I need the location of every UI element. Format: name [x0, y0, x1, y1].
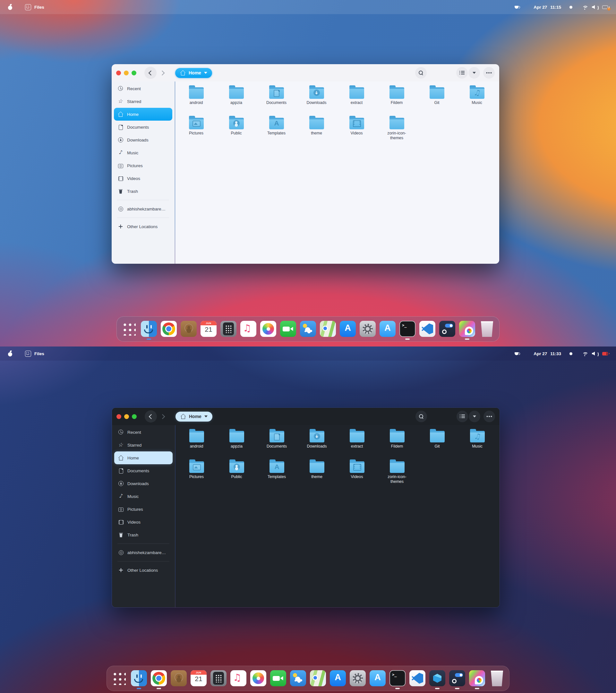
close-button[interactable] — [116, 71, 121, 75]
dock-item[interactable]: JUN 21 — [191, 670, 206, 686]
sidebar-item[interactable]: Pictures — [114, 159, 172, 172]
forward-button[interactable] — [158, 410, 168, 422]
folder-item[interactable]: theme — [296, 115, 337, 146]
location-button[interactable]: Home — [175, 68, 212, 78]
clock[interactable]: Apr 27 11:33 — [534, 351, 561, 356]
folder-item[interactable]: appzia — [216, 85, 256, 115]
dock-item[interactable] — [459, 321, 475, 337]
dock-item[interactable] — [380, 321, 396, 337]
sidebar-item[interactable]: abhishekzambare… — [114, 202, 172, 215]
dock-item[interactable] — [469, 670, 485, 686]
volume-icon[interactable] — [591, 4, 598, 10]
view-options-button[interactable] — [469, 411, 480, 422]
sidebar-item[interactable]: Recent — [114, 82, 172, 95]
dock-item[interactable] — [310, 670, 326, 686]
sidebar-item[interactable]: Trash — [114, 185, 172, 198]
dock-item[interactable] — [270, 670, 286, 686]
dock-item[interactable] — [240, 321, 256, 337]
folder-item[interactable]: Downloads — [296, 85, 337, 115]
dock-item[interactable] — [489, 670, 505, 686]
active-app-menu[interactable]: Files — [25, 351, 44, 357]
titlebar[interactable]: Home — [112, 408, 499, 425]
dock-item[interactable] — [151, 670, 167, 686]
maximize-button[interactable] — [132, 414, 137, 419]
dock-item[interactable] — [419, 321, 435, 337]
list-view-button[interactable] — [456, 67, 468, 79]
sidebar-item[interactable]: Starred — [114, 439, 173, 451]
sidebar-item[interactable]: Downloads — [114, 134, 172, 146]
dock-item[interactable] — [181, 321, 197, 337]
folder-item[interactable]: theme — [297, 459, 337, 489]
apple-menu-icon[interactable] — [8, 351, 13, 357]
sidebar-item[interactable]: Documents — [114, 121, 172, 134]
dock-item[interactable] — [111, 670, 127, 686]
folder-item[interactable]: android — [176, 428, 217, 459]
window-menu-button[interactable] — [483, 411, 495, 422]
folder-item[interactable]: Music — [457, 85, 497, 115]
dock-item[interactable] — [161, 321, 177, 337]
minimize-button[interactable] — [124, 71, 128, 75]
dock-item[interactable] — [390, 670, 405, 686]
dock-item[interactable] — [280, 321, 296, 337]
folder-item[interactable]: Documents — [257, 428, 297, 459]
folder-item[interactable]: zorin-icon-themes — [377, 459, 417, 489]
dock-item[interactable] — [370, 670, 386, 686]
folder-item[interactable]: Public — [216, 115, 256, 146]
dock-item[interactable] — [360, 321, 376, 337]
caffeine-icon[interactable] — [514, 4, 521, 10]
sidebar-item[interactable]: Starred — [114, 95, 172, 108]
folder-item[interactable]: zorin-icon-themes — [377, 115, 417, 146]
dock-item[interactable] — [410, 670, 425, 686]
folder-item[interactable]: Public — [217, 459, 257, 489]
sidebar-item[interactable]: Other Locations — [114, 564, 173, 576]
sidebar-item[interactable]: Downloads — [114, 477, 173, 490]
titlebar[interactable]: Home — [112, 64, 499, 81]
dock-item[interactable] — [121, 321, 137, 337]
maximize-button[interactable] — [132, 71, 136, 75]
search-button[interactable] — [416, 411, 427, 422]
dock-item[interactable] — [449, 670, 465, 686]
folder-item[interactable]: Music — [457, 428, 497, 459]
battery-icon[interactable] — [602, 4, 610, 10]
sidebar-item[interactable]: Home — [114, 108, 172, 121]
dock-item[interactable] — [350, 670, 366, 686]
dock-item[interactable] — [330, 670, 346, 686]
dock-item[interactable] — [439, 321, 455, 337]
dock-item[interactable] — [250, 670, 266, 686]
dock-item[interactable] — [141, 321, 157, 337]
folder-item[interactable]: Fildem — [377, 428, 417, 459]
dock-item[interactable] — [320, 321, 336, 337]
window-menu-button[interactable] — [483, 67, 495, 79]
sidebar-item[interactable]: abhishekzambare… — [114, 546, 173, 559]
sidebar-item[interactable]: Videos — [114, 516, 173, 529]
dock-item[interactable] — [260, 321, 276, 337]
folder-item[interactable]: Pictures — [176, 115, 216, 146]
folder-item[interactable]: Git — [417, 428, 457, 459]
list-view-button[interactable] — [457, 411, 468, 422]
dock-item[interactable] — [230, 670, 246, 686]
apple-menu-icon[interactable] — [8, 4, 13, 10]
back-button[interactable] — [144, 67, 157, 79]
folder-item[interactable]: extract — [337, 85, 377, 115]
dock-item[interactable] — [290, 670, 306, 686]
sidebar-item[interactable]: Other Locations — [114, 220, 172, 233]
dock-item[interactable] — [429, 670, 445, 686]
sidebar-item[interactable]: Documents — [114, 464, 173, 477]
sidebar-item[interactable]: Music — [114, 490, 173, 503]
dock-item[interactable]: JUN 21 — [200, 321, 217, 337]
sidebar-item[interactable]: Music — [114, 146, 172, 159]
dock-item[interactable] — [340, 321, 356, 337]
dock-item[interactable] — [300, 321, 316, 337]
wifi-icon[interactable] — [582, 351, 588, 356]
folder-item[interactable]: extract — [337, 428, 377, 459]
active-app-menu[interactable]: Files — [25, 4, 44, 10]
sidebar-item[interactable]: Trash — [114, 529, 173, 541]
sidebar-item[interactable]: Recent — [114, 426, 173, 439]
view-options-button[interactable] — [469, 67, 480, 79]
dock-item[interactable] — [220, 321, 236, 337]
folder-item[interactable]: android — [176, 85, 216, 115]
clock[interactable]: Apr 27 11:15 — [534, 5, 561, 9]
folder-item[interactable]: Templates — [256, 115, 296, 146]
dock-item[interactable] — [211, 670, 226, 686]
folder-item[interactable]: Documents — [256, 85, 296, 115]
